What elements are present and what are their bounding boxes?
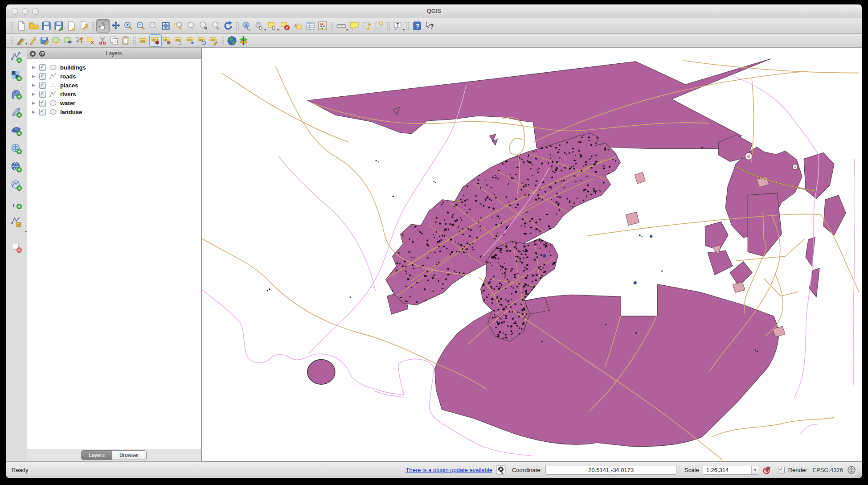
field-calculator-button[interactable] xyxy=(316,20,329,32)
zoom-to-selection-button[interactable] xyxy=(172,20,184,32)
expander-icon[interactable]: ▶ xyxy=(32,65,37,70)
layer-checkbox[interactable] xyxy=(39,91,46,98)
save-layer-edits-button[interactable] xyxy=(39,35,50,46)
new-bookmark-button[interactable]: ★ xyxy=(360,20,373,32)
zoom-next-button[interactable] xyxy=(209,20,222,32)
save-project-as-button[interactable] xyxy=(53,20,65,32)
zoom-full-extent-button[interactable] xyxy=(160,20,172,32)
close-window-button[interactable] xyxy=(12,8,18,15)
plugin-manager-button[interactable] xyxy=(496,465,506,475)
add-postgis-layer-button[interactable] xyxy=(10,88,23,100)
expander-icon[interactable]: ▶ xyxy=(32,74,37,78)
map-canvas[interactable] xyxy=(201,48,862,461)
remove-layer-button[interactable] xyxy=(10,241,23,254)
combo-arrow-icon[interactable]: ▾ xyxy=(751,466,759,474)
zoom-last-button[interactable] xyxy=(197,20,209,32)
add-wms-layer-button[interactable] xyxy=(10,143,23,155)
expander-icon[interactable]: ▶ xyxy=(32,92,37,96)
zoom-out-button[interactable] xyxy=(135,20,147,32)
add-mssql-layer-button[interactable] xyxy=(10,124,23,137)
add-vector-layer-button[interactable] xyxy=(10,51,23,64)
coordinate-input[interactable]: 20.5141,-34.0173 xyxy=(545,465,676,475)
run-feature-action-button[interactable] xyxy=(253,20,266,32)
layer-checkbox[interactable] xyxy=(39,73,46,80)
new-shapefile-layer-button[interactable]: ✳ xyxy=(10,216,23,228)
deselect-features-button[interactable] xyxy=(279,20,291,32)
layer-row-water[interactable]: ▶ water xyxy=(27,99,201,107)
whats-this-button[interactable]: ? xyxy=(423,20,436,32)
toolbar-drag-handle[interactable] xyxy=(406,21,409,30)
new-project-button[interactable] xyxy=(15,20,28,32)
add-wcs-layer-button[interactable] xyxy=(10,161,23,173)
dropdown-arrow-icon[interactable]: ▾ xyxy=(403,28,405,33)
tab-layers[interactable]: Layers xyxy=(82,451,112,460)
scale-combobox[interactable]: 1:26,314 ▾ xyxy=(703,465,759,475)
layer-checkbox[interactable] xyxy=(39,100,46,107)
show-bookmarks-button[interactable] xyxy=(373,20,385,32)
layer-row-buildings[interactable]: ▶ buildings xyxy=(27,63,201,72)
tab-browser[interactable]: Browser xyxy=(112,451,146,460)
label-highlight-button[interactable]: abc xyxy=(173,35,185,46)
copy-features-button[interactable] xyxy=(108,35,120,46)
toolbar-drag-handle[interactable] xyxy=(221,36,225,45)
save-project-button[interactable] xyxy=(40,20,53,32)
toolbar-drag-handle[interactable] xyxy=(10,36,14,45)
open-project-button[interactable] xyxy=(28,20,40,32)
layer-checkbox[interactable] xyxy=(39,64,46,71)
expander-icon[interactable]: ▶ xyxy=(32,83,37,87)
minimize-window-button[interactable] xyxy=(22,8,29,15)
expander-icon[interactable]: ▶ xyxy=(32,110,37,114)
add-raster-layer-button[interactable] xyxy=(10,70,23,82)
plugin-update-link[interactable]: There is a plugin update available xyxy=(406,467,492,473)
select-by-expression-button[interactable]: ε xyxy=(291,20,304,32)
toggle-editing-button[interactable] xyxy=(27,35,39,46)
cut-features-button[interactable] xyxy=(97,35,108,46)
toolbar-drag-handle[interactable] xyxy=(236,21,239,30)
label-rotate-button[interactable]: abc xyxy=(197,35,208,46)
layer-checkbox[interactable] xyxy=(39,109,46,115)
zoom-in-button[interactable] xyxy=(122,20,135,32)
delete-selected-button[interactable]: ✕ xyxy=(85,35,97,46)
add-wfs-layer-button[interactable] xyxy=(10,179,23,192)
layers-panel-header[interactable]: Layers xyxy=(27,48,201,59)
layer-checkbox[interactable] xyxy=(39,82,46,89)
zoom-window-button[interactable] xyxy=(32,8,39,15)
expander-icon[interactable]: ▶ xyxy=(32,101,37,105)
open-attribute-table-button[interactable] xyxy=(304,20,316,32)
add-feature-button[interactable]: ★ xyxy=(50,35,62,46)
pan-to-selection-button[interactable] xyxy=(110,20,122,32)
add-delimited-text-layer-button[interactable]: , xyxy=(10,197,23,210)
zoom-to-layer-button[interactable] xyxy=(184,20,197,32)
label-show-hide-button[interactable]: ab xyxy=(162,35,173,46)
layer-row-landuse[interactable]: ▶ landuse xyxy=(27,107,201,116)
toolbar-drag-handle[interactable] xyxy=(330,21,334,30)
map-tips-button[interactable] xyxy=(348,20,360,32)
identify-features-button[interactable]: i xyxy=(241,20,253,32)
label-change-button[interactable]: abc xyxy=(208,35,220,46)
toolbar-drag-handle[interactable] xyxy=(387,21,390,30)
composer-manager-button[interactable] xyxy=(78,20,90,32)
web-globe-button[interactable] xyxy=(226,35,237,46)
new-print-composer-button[interactable]: ★ xyxy=(65,20,78,32)
stop-rendering-button[interactable] xyxy=(763,465,773,475)
select-features-button[interactable] xyxy=(266,20,278,32)
zoom-native-button[interactable]: 1:1 xyxy=(147,20,160,32)
text-annotation-button[interactable]: T xyxy=(392,20,404,32)
layer-row-places[interactable]: ▶ places xyxy=(27,81,201,90)
move-feature-button[interactable] xyxy=(62,35,74,46)
pan-map-button[interactable] xyxy=(96,19,110,33)
add-spatialite-layer-button[interactable] xyxy=(10,106,23,119)
help-contents-button[interactable]: ? xyxy=(411,20,423,32)
toolbar-drag-handle[interactable] xyxy=(91,21,95,30)
render-checkbox[interactable] xyxy=(778,467,785,473)
title-bar[interactable]: QGIS xyxy=(6,4,862,18)
node-tool-button[interactable] xyxy=(74,35,85,46)
layer-row-rivers[interactable]: ▶ rivers xyxy=(27,90,201,99)
refresh-map-button[interactable] xyxy=(222,20,234,32)
label-move-button[interactable]: abc xyxy=(185,35,197,46)
toolbar-drag-handle[interactable] xyxy=(10,21,14,30)
resize-grip[interactable] xyxy=(854,470,861,477)
processing-layers-button[interactable] xyxy=(237,35,249,46)
layer-row-roads[interactable]: ▶ roads xyxy=(27,72,201,81)
toolbar-drag-handle[interactable] xyxy=(133,36,136,45)
